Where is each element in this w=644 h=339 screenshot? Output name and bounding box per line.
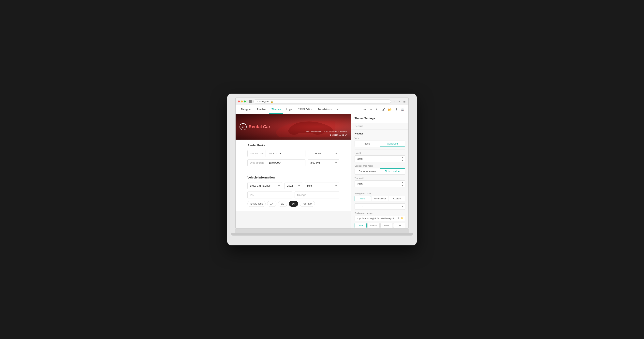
download-button[interactable]: ⬇ <box>394 107 399 112</box>
bg-image-input[interactable]: https://api.surveyjs.io/private/Surveys/… <box>354 216 405 221</box>
car-color-select[interactable]: Red Blue Black <box>305 182 339 189</box>
car-year-select[interactable]: 2022 2021 2023 <box>284 182 302 189</box>
bg-image-url: https://api.surveyjs.io/private/Surveys/… <box>357 217 396 220</box>
color-picker-dropdown[interactable]: ▾ <box>402 205 403 208</box>
color-picker-row[interactable]: # ▾ <box>354 203 405 210</box>
share-icon[interactable]: ↑ <box>393 100 396 103</box>
text-width-down-arrow[interactable]: ▼ <box>401 181 404 184</box>
text-width-input[interactable] <box>355 181 400 187</box>
survey-area: ⊙ Rental Car 3891 Ranchview Dr. Richards… <box>236 114 351 228</box>
dropoff-date-input[interactable] <box>266 160 305 166</box>
bg-fit-tile-btn[interactable]: Tile <box>393 223 405 228</box>
header-section-title: Header <box>354 132 405 135</box>
tabs-icon[interactable]: ⊞ <box>403 100 406 103</box>
bg-color-custom-btn[interactable]: Custom <box>389 196 405 201</box>
fuel-empty-tank[interactable]: Empty Tank <box>248 201 266 207</box>
pickup-time-field: 10:00 AM 11:00 AM 12:00 PM <box>308 150 339 157</box>
dropoff-time-select[interactable]: 3:00 PM 4:00 PM 5:00 PM <box>308 159 339 166</box>
header-address: 3891 Ranchview Dr. Richardson, Californi… <box>306 130 347 136</box>
text-width-input-wrapper[interactable]: ▼ ▲ <box>354 180 405 187</box>
bg-image-clear-icon[interactable]: ⇧ <box>397 217 400 220</box>
minimize-button[interactable] <box>241 101 243 103</box>
undo-button[interactable]: ↩ <box>362 107 368 112</box>
view-basic-btn[interactable]: Basic <box>355 141 380 147</box>
dropoff-date-input-wrapper[interactable]: Drop-off Date document.querySelector('[d… <box>248 159 306 166</box>
tab-preview[interactable]: Preview <box>254 105 268 114</box>
refresh-button[interactable]: ↻ <box>374 107 380 112</box>
bg-fit-contain-btn[interactable]: Contain <box>380 223 392 228</box>
settings-panel: Theme Settings General Header View Basic… <box>351 114 408 228</box>
content-width-toggle-group: Same as survey Fit to container <box>354 168 405 175</box>
view-advanced-btn[interactable]: Advanced <box>380 141 405 147</box>
car-details-row: BMW 335 i xDrive 2022 2021 2023 <box>248 182 339 189</box>
text-width-up-arrow[interactable]: ▲ <box>401 184 404 187</box>
mileage-input[interactable] <box>294 191 339 198</box>
text-width-arrows: ▼ ▲ <box>400 181 405 187</box>
header-logo: ⊙ Rental Car <box>240 123 270 130</box>
maximize-button[interactable] <box>244 101 246 103</box>
text-width-label: Text width <box>354 177 405 179</box>
bg-color-none-btn[interactable]: None <box>354 196 371 201</box>
lock-icon: 🔒 <box>271 101 273 103</box>
rental-period-title: Rental Period <box>248 144 339 147</box>
background-color-label: Background color <box>354 192 405 195</box>
sidebar-toggle-icon[interactable] <box>248 100 252 103</box>
tab-json-editor[interactable]: JSON Editor <box>296 105 314 114</box>
height-up-arrow[interactable]: ▲ <box>401 159 404 162</box>
tab-designer[interactable]: Designer <box>239 105 254 114</box>
address-line: 3891 Ranchview Dr. Richardson, Californi… <box>306 130 347 133</box>
site-favicon: 🗂 <box>256 100 258 103</box>
fuel-three-quarter[interactable]: 3/4 <box>289 201 298 207</box>
address-bar[interactable]: 🗂 surveyjs.io 🔒 <box>253 100 391 104</box>
pickup-date-input-wrapper[interactable]: Pick-up Date document.querySelector('[da… <box>248 150 306 157</box>
fuel-full-tank[interactable]: Full Tank <box>300 201 315 207</box>
car-model-select[interactable]: BMW 335 i xDrive <box>248 182 282 189</box>
laptop-frame: 🗂 surveyjs.io 🔒 ↑ + ⊞ Designer Preview T… <box>227 94 417 245</box>
bg-color-group: None Accent color Custom <box>354 196 405 201</box>
dropoff-date-label: Drop-off Date <box>248 160 266 166</box>
color-value: # <box>362 205 363 208</box>
close-button[interactable] <box>238 101 240 103</box>
tab-themes[interactable]: Themes <box>269 105 283 114</box>
pickup-date-input[interactable] <box>266 150 305 157</box>
book-button[interactable]: 📖 <box>400 107 405 112</box>
laptop-screen: 🗂 surveyjs.io 🔒 ↑ + ⊞ Designer Preview T… <box>235 98 409 229</box>
height-label: Height <box>354 152 405 154</box>
pickup-time-select[interactable]: 10:00 AM 11:00 AM 12:00 PM <box>308 150 339 157</box>
tab-more[interactable]: ··· <box>335 105 342 114</box>
tab-logic[interactable]: Logic <box>284 105 295 114</box>
browser-chrome: 🗂 surveyjs.io 🔒 ↑ + ⊞ <box>236 98 408 105</box>
pickup-date-label: Pick-up Date <box>248 150 266 157</box>
redo-button[interactable]: ↪ <box>368 107 374 112</box>
general-tab[interactable]: General <box>352 123 408 130</box>
bg-fit-stretch-btn[interactable]: Stretch <box>368 223 380 228</box>
dropoff-date-field: Drop-off Date document.querySelector('[d… <box>248 159 306 166</box>
open-button[interactable]: 📂 <box>387 107 393 112</box>
bg-color-accent-btn[interactable]: Accent color <box>372 196 388 201</box>
bg-fit-cover-btn[interactable]: Cover <box>354 223 366 228</box>
height-input-wrapper[interactable]: ▼ ▲ <box>354 155 405 162</box>
same-as-survey-btn[interactable]: Same as survey <box>355 168 380 174</box>
paint-button[interactable]: 🖌 <box>381 107 386 112</box>
fuel-half[interactable]: 1/2 <box>278 201 287 207</box>
browser-actions: ↑ + ⊞ <box>393 100 406 103</box>
vehicle-info-section: Vehicle Information BMW 335 i xDrive 202… <box>236 173 351 211</box>
add-tab-icon[interactable]: + <box>398 100 401 103</box>
fit-to-container-btn[interactable]: Fit to container <box>380 168 405 174</box>
fuel-quarter[interactable]: 1/4 <box>267 201 276 207</box>
fuel-level-row: Empty Tank 1/4 1/2 3/4 Full Tank <box>248 201 339 207</box>
color-swatch <box>357 205 360 208</box>
vin-input[interactable] <box>248 191 292 198</box>
bg-image-browse-icon[interactable]: 📁 <box>401 217 403 220</box>
header-settings-section: Header View Basic Advanced Height ▼ ▲ <box>352 130 408 228</box>
bg-fit-group: Cover Stretch Contain Tile <box>354 223 405 228</box>
car-color-field: Red Blue Black <box>305 182 339 189</box>
height-down-arrow[interactable]: ▼ <box>401 156 404 159</box>
height-input[interactable] <box>355 156 400 162</box>
dropoff-time-field: 3:00 PM 4:00 PM 5:00 PM <box>308 159 339 166</box>
tab-translations[interactable]: Translations <box>316 105 334 114</box>
window-controls <box>238 101 246 103</box>
laptop-bottom-bezel <box>235 229 409 233</box>
bg-image-icons: ⇧ 📁 <box>397 217 403 220</box>
app-body: ⊙ Rental Car 3891 Ranchview Dr. Richards… <box>236 114 408 228</box>
